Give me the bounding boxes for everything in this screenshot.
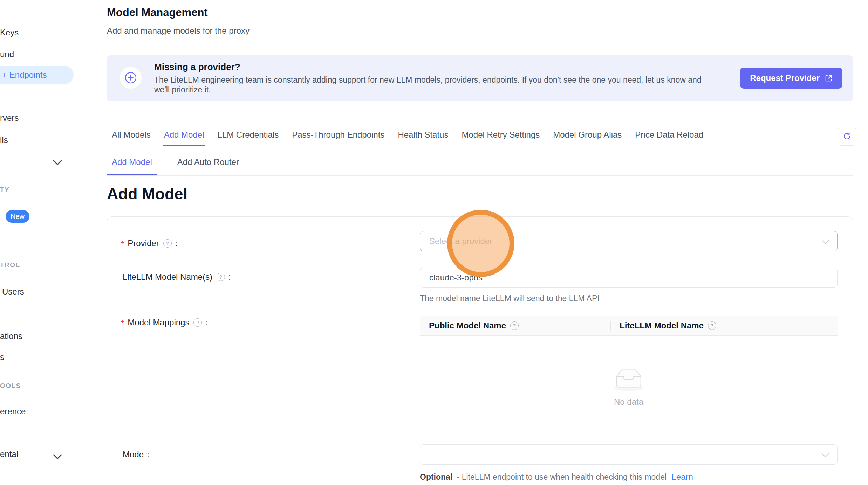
provider-label: Provider: [128, 238, 159, 248]
sidebar-item-organizations[interactable]: ations: [0, 331, 22, 341]
page-subtitle: Add and manage models for the proxy: [107, 26, 250, 36]
model-tabs: All Models Add Model LLM Credentials Pas…: [107, 128, 853, 146]
model-name-label-row: LiteLLM Model Name(s) :: [123, 272, 231, 282]
required-asterisk: *: [121, 319, 124, 328]
sidebar-item-passthrough-endpoints-active[interactable]: + Endpoints: [0, 66, 74, 84]
mode-select[interactable]: [420, 444, 838, 465]
banner-body-line1: The LiteLLM engineering team is constant…: [154, 75, 702, 85]
required-asterisk: *: [121, 240, 124, 249]
model-name-value: claude-3-opus: [429, 273, 483, 283]
table-empty-state: No data: [420, 336, 838, 436]
mode-label: Mode: [123, 450, 144, 459]
tab-all-models[interactable]: All Models: [111, 128, 151, 146]
sidebar-item-experimental[interactable]: ental: [0, 449, 18, 459]
subtab-add-auto-router[interactable]: Add Auto Router: [172, 157, 244, 175]
subtab-add-model[interactable]: Add Model: [107, 157, 157, 175]
sidebar-item-virtual-keys[interactable]: Keys: [0, 28, 19, 37]
model-name-input[interactable]: claude-3-opus: [420, 268, 838, 288]
banner-body-line2: we'll prioritize it.: [154, 85, 211, 95]
provider-select[interactable]: Select a provider: [420, 231, 838, 251]
model-mappings-label-row: * Model Mappings :: [121, 318, 208, 327]
sidebar-item-playground[interactable]: und: [0, 49, 14, 59]
sidebar-section-access-control: TROL: [0, 261, 20, 269]
mode-helper-optional: Optional: [420, 472, 452, 481]
external-link-icon: [825, 74, 833, 82]
page-title: Model Management: [107, 6, 208, 19]
help-icon[interactable]: [510, 321, 519, 330]
mode-helper: Optional - LiteLLM endpoint to use when …: [420, 472, 693, 482]
request-provider-label: Request Provider: [750, 73, 820, 83]
sidebar: Keys und + Endpoints rvers ils TY New TR…: [0, 0, 74, 485]
help-icon[interactable]: [163, 239, 172, 248]
label-colon: :: [228, 272, 231, 282]
refresh-button[interactable]: [838, 127, 856, 146]
column-label: LiteLLM Model Name: [620, 321, 704, 331]
new-badge-label: New: [11, 213, 25, 221]
chevron-down-icon[interactable]: [53, 450, 62, 459]
sidebar-item-trails[interactable]: ils: [0, 135, 8, 145]
refresh-icon: [843, 132, 851, 140]
request-provider-button[interactable]: Request Provider: [740, 68, 842, 89]
chevron-down-icon: [822, 237, 829, 244]
tab-model-retry-settings[interactable]: Model Retry Settings: [461, 128, 540, 146]
column-header-public-model-name: Public Model Name: [420, 321, 610, 331]
sidebar-item-inference[interactable]: erence: [0, 407, 26, 416]
help-icon[interactable]: [193, 318, 202, 327]
learn-link[interactable]: Learn: [671, 472, 693, 481]
provider-label-row: * Provider :: [121, 238, 177, 248]
chevron-down-icon: [822, 450, 829, 457]
tab-llm-credentials[interactable]: LLM Credentials: [217, 128, 279, 146]
label-colon: :: [147, 450, 150, 459]
column-header-litellm-model-name: LiteLLM Model Name: [610, 321, 716, 331]
add-model-subtabs: Add Model Add Auto Router: [107, 157, 853, 176]
help-icon[interactable]: [217, 273, 225, 281]
sidebar-item-internal-users[interactable]: Users: [2, 287, 24, 297]
sidebar-item-teams[interactable]: s: [0, 352, 4, 362]
tab-health-status[interactable]: Health Status: [397, 128, 449, 146]
new-badge[interactable]: New: [6, 210, 29, 223]
tab-add-model[interactable]: Add Model: [163, 128, 205, 146]
mode-helper-text: - LiteLLM endpoint to use when health ch…: [457, 472, 667, 481]
sidebar-section-observability: TY: [0, 186, 9, 194]
provider-placeholder: Select a provider: [429, 236, 492, 246]
sidebar-item-label: + Endpoints: [2, 70, 47, 80]
model-mappings-label: Model Mappings: [128, 318, 189, 327]
no-data-text: No data: [614, 397, 643, 407]
empty-box-icon: [611, 365, 647, 393]
model-name-helper: The model name LiteLLM will send to the …: [420, 294, 600, 303]
tab-passthrough-endpoints[interactable]: Pass-Through Endpoints: [291, 128, 385, 146]
mode-label-row: Mode :: [123, 450, 150, 459]
label-colon: :: [175, 238, 178, 248]
add-model-heading: Add Model: [107, 185, 187, 203]
tab-model-group-alias[interactable]: Model Group Alias: [552, 128, 622, 146]
banner-title: Missing a provider?: [154, 62, 240, 72]
sidebar-item-mcp-servers[interactable]: rvers: [0, 113, 19, 123]
plus-circle-icon: [120, 67, 142, 89]
chevron-down-icon[interactable]: [53, 156, 62, 165]
model-name-label: LiteLLM Model Name(s): [123, 272, 212, 282]
sidebar-section-tools: OOLS: [0, 382, 21, 390]
column-label: Public Model Name: [429, 321, 506, 331]
help-icon[interactable]: [708, 321, 716, 330]
label-colon: :: [205, 318, 208, 327]
model-mappings-table: Public Model Name LiteLLM Model Name No …: [420, 316, 838, 436]
tab-price-data-reload[interactable]: Price Data Reload: [634, 128, 704, 146]
missing-provider-banner: Missing a provider? The LiteLLM engineer…: [107, 55, 853, 101]
column-divider: [610, 321, 611, 331]
table-header-row: Public Model Name LiteLLM Model Name: [420, 316, 838, 336]
